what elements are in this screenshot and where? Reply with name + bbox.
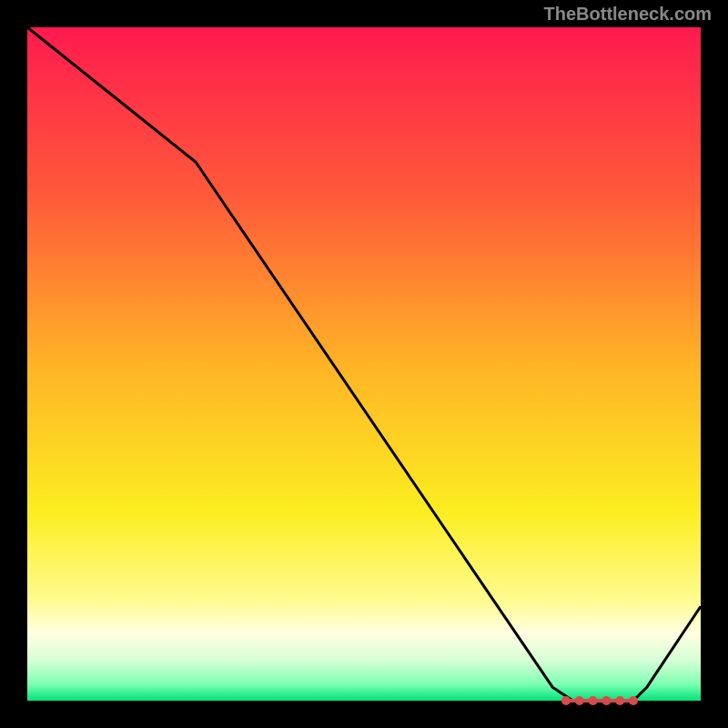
optimal-marker [589,696,598,705]
optimal-marker [575,696,584,705]
chart-container: TheBottleneck.com [0,0,728,728]
optimal-marker [615,696,624,705]
optimal-marker [561,696,571,705]
attribution-text: TheBottleneck.com [544,4,712,25]
optimal-marker [602,696,611,705]
optimal-marker [629,696,638,705]
bottleneck-chart [0,0,728,728]
plot-background [27,27,701,701]
